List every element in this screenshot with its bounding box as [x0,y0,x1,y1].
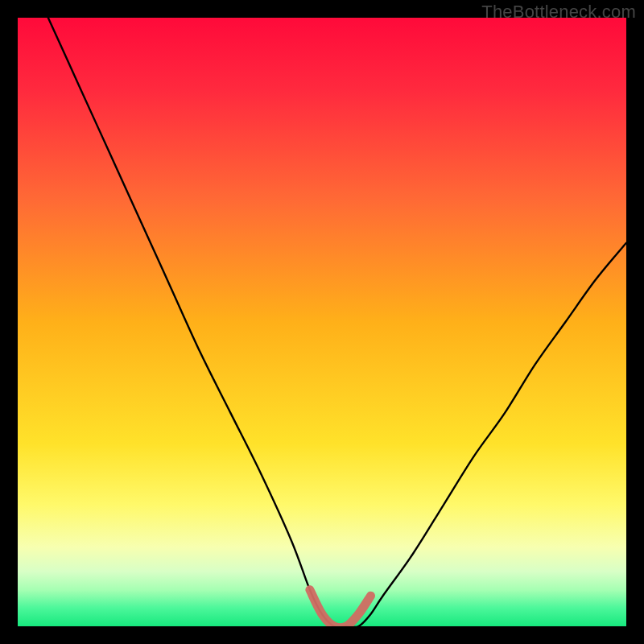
gradient-background [18,18,626,626]
chart-frame: TheBottleneck.com [0,0,644,644]
chart-svg [18,18,626,626]
chart-plot-area [18,18,626,626]
